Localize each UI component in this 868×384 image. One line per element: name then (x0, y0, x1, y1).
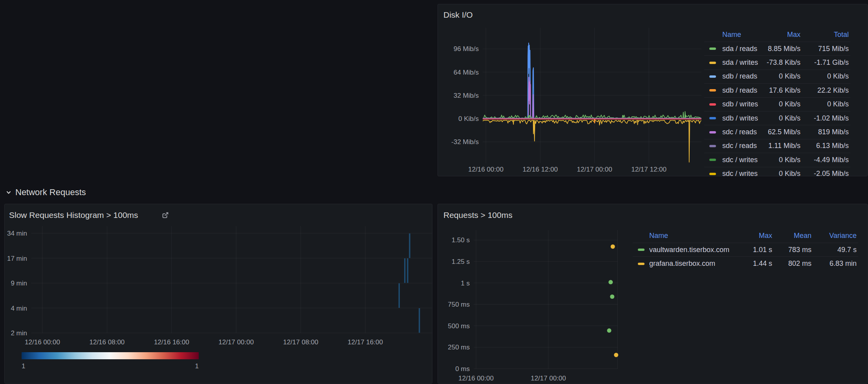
legend-column-header[interactable]: Max (755, 31, 800, 39)
legend-value: -73.8 Kib/s (755, 59, 800, 67)
heatmap-cell (409, 234, 410, 258)
section-title: Network Requests (15, 187, 86, 197)
legend-value: 6.13 Mib/s (800, 142, 849, 150)
legend-value: 6.83 min (811, 260, 857, 268)
legend-value: -1.71 Gib/s (800, 59, 849, 67)
series-color-swatch (638, 249, 645, 251)
legend-column-name[interactable]: Name (649, 232, 735, 240)
legend-series-name: sdc / writes (722, 156, 755, 164)
axis-label: 1.25 s (452, 258, 470, 265)
legend-series-name: sdb / writes (722, 100, 755, 108)
axis-label: 12/17 16:00 (348, 339, 383, 346)
legend-value: 62.5 Mib/s (755, 128, 800, 136)
legend-column-header[interactable]: Total (800, 31, 849, 39)
legend-series-name: sdc / reads (722, 142, 755, 150)
legend-value: 0 Kib/s (755, 72, 800, 80)
axis-label: 12/16 00:00 (458, 375, 494, 382)
legend-column-header[interactable]: Max (735, 232, 772, 240)
legend-row[interactable]: sdb / writes0 Kib/s0 Kib/s (704, 97, 850, 111)
legend-column-header[interactable]: Variance (811, 232, 857, 240)
legend-series-name: sdb / writes (722, 114, 755, 123)
heatmap-cell (404, 258, 405, 283)
legend-row[interactable]: sdb / reads17.6 Kib/s22.2 Kib/s (704, 83, 850, 97)
legend-series-name: vaultwarden.tiserbox.com (649, 246, 735, 254)
legend-row[interactable]: vaultwarden.tiserbox.com1.01 s783 ms49.7… (633, 243, 858, 256)
axis-label: 64 Mib/s (454, 69, 479, 75)
requests-panel: Requests > 100ms NameMaxMeanVariancevaul… (438, 204, 868, 384)
legend-value: 0 Kib/s (755, 170, 800, 176)
legend-column-name[interactable]: Name (722, 31, 755, 39)
legend-value: 0 Kib/s (800, 72, 849, 80)
series-color-swatch (709, 131, 716, 133)
series-color-swatch (709, 145, 716, 147)
legend-column-header[interactable]: Mean (772, 232, 811, 240)
legend-value: -2.05 Mib/s (800, 170, 849, 176)
disk-io-chart (481, 26, 707, 165)
axis-label: 96 Mib/s (454, 46, 479, 52)
section-network-requests[interactable]: Network Requests (5, 187, 86, 197)
legend-value: 0 Kib/s (755, 114, 800, 123)
legend-value: 1.01 s (735, 246, 772, 254)
histogram-panel-title[interactable]: Slow Requests Histogram > 100ms (9, 210, 138, 220)
axis-label: 12/16 00:00 (468, 166, 504, 173)
legend-row[interactable]: sdc / writes0 Kib/s-4.49 Mib/s (704, 153, 850, 166)
legend-header-row[interactable]: NameMaxMeanVariance (633, 229, 858, 243)
axis-label: 12/16 00:00 (25, 339, 60, 346)
axis-label: 12/16 12:00 (522, 166, 558, 173)
legend-row[interactable]: sda / reads8.85 Mib/s715 Mib/s (704, 42, 850, 55)
legend-series-name: grafana.tiserbox.com (649, 260, 735, 268)
legend-series-name: sda / writes (722, 59, 755, 67)
legend-series-name: sdb / reads (722, 72, 755, 80)
scatter-point (614, 353, 618, 357)
requests-panel-title[interactable]: Requests > 100ms (443, 210, 513, 220)
heatmap-cell (407, 258, 408, 283)
series-color-swatch (709, 62, 716, 64)
legend-value: 0 Kib/s (755, 156, 800, 164)
axis-label: 1.50 s (452, 237, 470, 243)
legend-row[interactable]: sdb / writes0 Kib/s-1.02 Mib/s (704, 111, 850, 125)
disk-io-panel: Disk I/O NameMaxTotalsda / reads8.85 Mib… (438, 4, 868, 176)
axis-label: 500 ms (448, 322, 470, 329)
axis-label: 32 Mib/s (454, 92, 479, 99)
requests-chart (471, 228, 623, 373)
legend-header-row[interactable]: NameMaxTotal (704, 28, 850, 42)
legend-value: 49.7 s (811, 246, 857, 254)
legend-value: 22.2 Kib/s (800, 86, 849, 95)
legend-row[interactable]: sda / writes-73.8 Kib/s-1.71 Gib/s (704, 55, 850, 69)
axis-label: 0 Kib/s (458, 115, 479, 122)
color-scale-max-label: 1 (195, 363, 199, 369)
heatmap-color-scale (22, 352, 199, 359)
legend-value: 0 Kib/s (755, 100, 800, 108)
legend-row[interactable]: sdc / reads62.5 Mib/s819 Mib/s (704, 125, 850, 139)
series-color-swatch (709, 89, 716, 91)
legend-value: -4.49 Mib/s (800, 156, 849, 164)
scatter-point (610, 294, 614, 299)
chevron-down-icon (5, 189, 12, 196)
color-scale-min-label: 1 (22, 363, 25, 369)
axis-label: 2 min (11, 330, 27, 336)
legend-row[interactable]: sdb / reads0 Kib/s0 Kib/s (704, 69, 850, 83)
axis-label: 12/16 08:00 (89, 339, 125, 346)
heatmap-cell (399, 283, 400, 308)
legend-series-name: sdc / writes (722, 170, 755, 176)
requests-legend-table: NameMaxMeanVariancevaultwarden.tiserbox.… (633, 229, 858, 271)
disk-io-panel-title[interactable]: Disk I/O (443, 10, 473, 20)
axis-label: 34 min (7, 230, 27, 237)
legend-row[interactable]: sdc / reads1.11 Mib/s6.13 Mib/s (704, 139, 850, 153)
axis-label: 12/17 08:00 (283, 339, 319, 346)
heatmap-cell (419, 308, 420, 333)
legend-row[interactable]: sdc / writes0 Kib/s-2.05 Mib/s (704, 167, 850, 176)
legend-row[interactable]: grafana.tiserbox.com1.44 s802 ms6.83 min (633, 256, 858, 270)
series-color-swatch (709, 75, 716, 78)
scatter-point (607, 328, 612, 333)
axis-label: 4 min (11, 305, 27, 311)
external-link-icon[interactable] (161, 211, 170, 219)
histogram-chart (28, 224, 432, 336)
legend-value: 783 ms (772, 246, 811, 254)
legend-value: 17.6 Kib/s (755, 86, 800, 95)
legend-value: 0 Kib/s (800, 100, 849, 108)
legend-series-name: sda / reads (722, 45, 755, 53)
axis-label: 12/17 00:00 (531, 375, 566, 382)
series-color-swatch (709, 48, 716, 50)
axis-label: 1 s (461, 280, 470, 286)
